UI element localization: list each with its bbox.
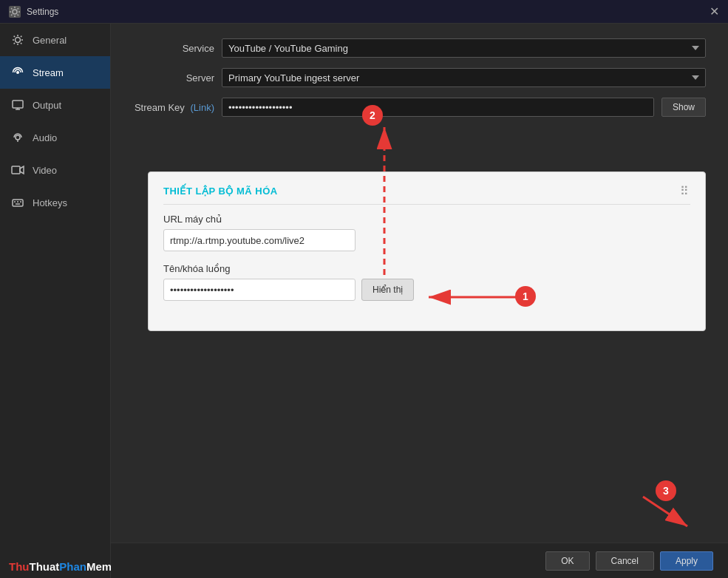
sidebar-item-general[interactable]: General — [0, 24, 110, 56]
sidebar-item-stream-label: Stream — [33, 67, 64, 78]
service-select[interactable]: YouTube / YouTube Gaming — [222, 38, 706, 58]
stream-key-label: Stream Key (Link) — [133, 102, 214, 113]
watermark: ThuThuatPhanMem.vn — [0, 551, 110, 578]
general-icon — [10, 33, 25, 47]
sidebar-item-hotkeys[interactable]: Hotkeys — [0, 186, 110, 219]
titlebar-left: Settings — [9, 6, 58, 18]
key-group: Tên/khóa luồng Hiển thị — [163, 263, 690, 301]
titlebar: Settings ✕ — [0, 0, 728, 24]
service-label: Service — [133, 43, 214, 54]
server-label: Server — [133, 72, 214, 84]
key-row: Hiển thị — [163, 279, 690, 301]
sidebar-item-audio[interactable]: Audio — [0, 121, 110, 154]
show-button[interactable]: Show — [661, 98, 706, 117]
sidebar-item-output[interactable]: Output — [0, 89, 110, 121]
watermark-thu: Thu — [9, 560, 30, 573]
titlebar-title: Settings — [27, 7, 58, 17]
ok-button[interactable]: OK — [545, 551, 589, 571]
close-button[interactable]: ✕ — [710, 6, 719, 18]
svg-rect-8 — [12, 166, 20, 174]
sidebar-item-video[interactable]: Video — [0, 154, 110, 186]
apply-button[interactable]: Apply — [660, 551, 713, 571]
key-label: Tên/khóa luồng — [163, 263, 690, 274]
cancel-button[interactable]: Cancel — [596, 551, 654, 571]
server-select[interactable]: Primary YouTube ingest server — [222, 68, 706, 87]
url-group: URL máy chủ — [163, 214, 690, 251]
content-area: Service YouTube / YouTube Gaming Server … — [111, 24, 728, 578]
stream-key-input[interactable] — [222, 98, 654, 117]
sidebar-item-audio-label: Audio — [33, 132, 57, 143]
sidebar-item-video-label: Video — [33, 165, 57, 176]
svg-point-0 — [13, 10, 17, 14]
watermark-text: ThuThuatPhanMem.vn — [9, 560, 128, 573]
svg-rect-3 — [13, 101, 23, 108]
service-row: Service YouTube / YouTube Gaming — [133, 38, 706, 58]
svg-point-1 — [16, 38, 21, 43]
inner-panel-title: THIẾT LẬP BỘ MÃ HÓA — [163, 186, 278, 197]
hien-thi-button[interactable]: Hiển thị — [361, 279, 414, 301]
sidebar-item-general-label: General — [33, 35, 67, 46]
stream-key-row: Stream Key (Link) Show — [133, 98, 706, 117]
footer: OK Cancel Apply — [111, 543, 728, 578]
svg-point-2 — [16, 71, 19, 74]
svg-line-17 — [643, 497, 687, 526]
hotkeys-icon — [10, 195, 25, 210]
sidebar-item-output-label: Output — [33, 100, 61, 111]
server-row: Server Primary YouTube ingest server — [133, 68, 706, 87]
badge-3: 3 — [656, 480, 676, 501]
inner-panel: THIẾT LẬP BỘ MÃ HÓA ⠿ URL máy chủ Tên/kh… — [148, 171, 706, 331]
watermark-phan: Phan — [59, 560, 86, 573]
video-icon — [10, 163, 25, 177]
output-icon — [10, 98, 25, 112]
key-input[interactable] — [163, 279, 356, 301]
audio-icon — [10, 130, 25, 145]
sidebar: General Stream Output Audio Video — [0, 24, 111, 578]
main-layout: General Stream Output Audio Video — [0, 24, 728, 578]
sidebar-item-stream[interactable]: Stream — [0, 56, 110, 89]
url-label: URL máy chủ — [163, 214, 690, 225]
svg-rect-9 — [13, 200, 23, 206]
inner-panel-header: THIẾT LẬP BỘ MÃ HÓA ⠿ — [163, 184, 690, 205]
watermark-thuat: Thuat — [30, 560, 60, 573]
settings-icon — [9, 6, 21, 18]
url-input[interactable] — [163, 229, 356, 251]
watermark-mem: Mem — [86, 560, 112, 573]
stream-icon — [10, 65, 25, 80]
inner-panel-menu[interactable]: ⠿ — [680, 184, 690, 198]
stream-key-link[interactable]: (Link) — [190, 102, 214, 113]
sidebar-item-hotkeys-label: Hotkeys — [33, 197, 67, 208]
svg-point-6 — [16, 135, 20, 140]
